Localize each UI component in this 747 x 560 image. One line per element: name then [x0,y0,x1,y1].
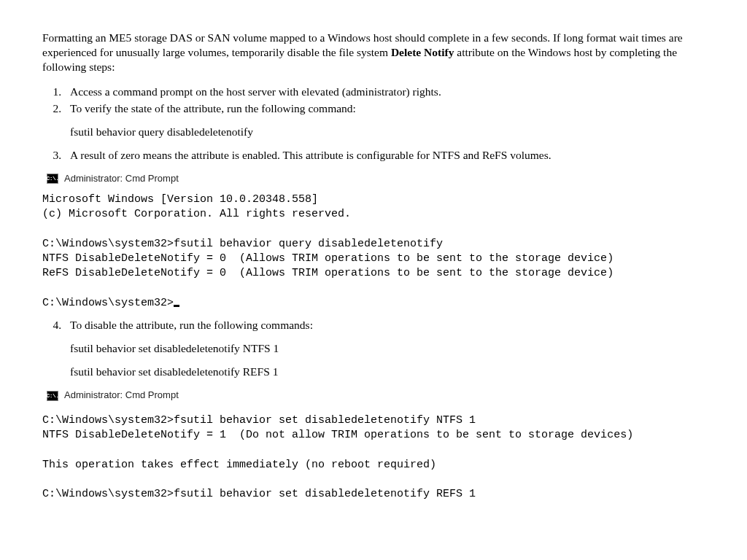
cmd-icon: C:\. [47,391,58,401]
step-4: To disable the attribute, run the follow… [64,318,705,379]
term1-l1: Microsoft Windows [Version 10.0.20348.55… [42,193,318,206]
terminal-2-title: Administrator: Cmd Prompt [64,389,179,402]
term1-l6: ReFS DisableDeleteNotify = 0 (Allows TRI… [42,267,614,279]
intro-paragraph: Formatting an ME5 storage DAS or SAN vol… [42,31,705,74]
step-4-command-1: fsutil behavior set disabledeletenotify … [70,341,705,356]
step-4-text: To disable the attribute, run the follow… [70,319,313,331]
step-2-text: To verify the state of the attribute, ru… [70,102,356,114]
term2-l2: C:\Windows\system32>fsutil behavior set … [42,414,476,427]
term1-l8: C:\Windows\system32> [42,297,174,309]
terminal-1-body: Microsoft Windows [Version 10.0.20348.55… [42,192,705,311]
terminal-window-2: C:\. Administrator: Cmd Prompt C:\Window… [47,389,705,502]
term2-l5: This operation takes effect immediately … [42,459,436,471]
term2-l7: C:\Windows\system32>fsutil behavior set … [42,488,476,500]
steps-list-2: To disable the attribute, run the follow… [42,318,705,379]
step-1: Access a command prompt on the host serv… [64,85,705,99]
step-2-command: fsutil behavior query disabledeletenotif… [70,125,705,139]
term1-l5: NTFS DisableDeleteNotify = 0 (Allows TRI… [42,252,614,265]
step-4-command-2: fsutil behavior set disabledeletenotify … [70,365,705,379]
term1-l4: C:\Windows\system32>fsutil behavior quer… [42,238,443,250]
document-page: Formatting an ME5 storage DAS or SAN vol… [0,0,747,502]
step-1-text: Access a command prompt on the host serv… [70,85,441,98]
intro-text-bold: Delete Notify [391,46,454,58]
cmd-icon: C:\. [47,174,58,184]
terminal-2-titlebar: C:\. Administrator: Cmd Prompt [47,389,705,402]
steps-list-1: Access a command prompt on the host serv… [42,85,705,163]
step-3-text: A result of zero means the attribute is … [70,149,551,161]
terminal-1-title: Administrator: Cmd Prompt [64,173,179,185]
terminal-1-titlebar: C:\. Administrator: Cmd Prompt [47,173,705,185]
step-3: A result of zero means the attribute is … [64,148,705,163]
terminal-2-body: C:\Windows\system32>fsutil behavior set … [42,413,705,502]
cursor-icon [174,305,179,307]
terminal-window-1: C:\. Administrator: Cmd Prompt Microsoft… [47,173,705,311]
term1-l2: (c) Microsoft Corporation. All rights re… [42,208,351,220]
step-2: To verify the state of the attribute, ru… [64,101,705,139]
term2-l3: NTFS DisableDeleteNotify = 1 (Do not all… [42,429,633,441]
